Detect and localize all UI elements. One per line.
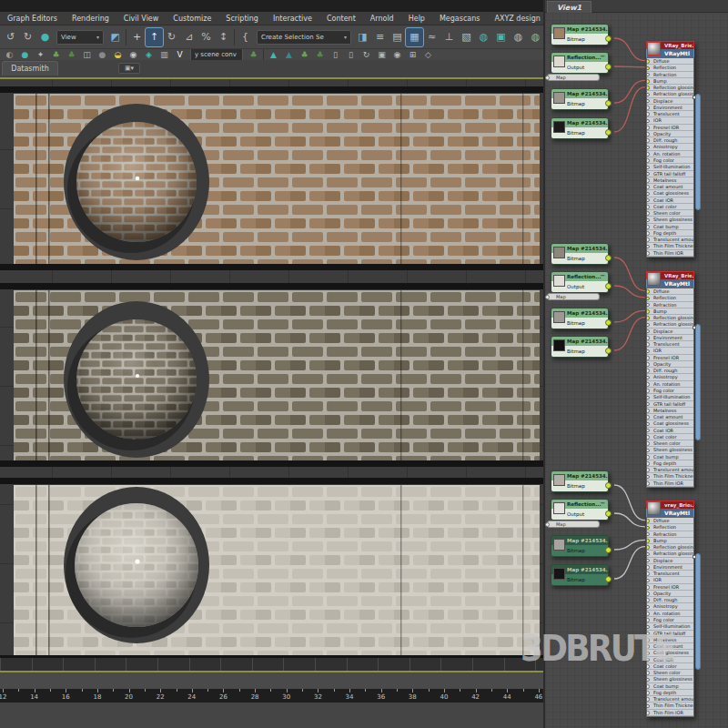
slot-fog-depth[interactable]: Fog depth <box>647 690 693 696</box>
slot-coat-bump[interactable]: Coat bump <box>647 224 693 230</box>
material-output-socket[interactable] <box>693 326 696 329</box>
output-socket[interactable] <box>605 283 612 289</box>
input-socket[interactable] <box>647 297 650 301</box>
slot-fresnel-ior[interactable]: Fresnel IOR <box>647 125 693 131</box>
input-socket[interactable] <box>647 245 650 249</box>
input-socket[interactable] <box>647 369 650 373</box>
input-socket[interactable] <box>647 152 650 157</box>
drop-icon[interactable]: ▲ <box>266 49 281 60</box>
output-socket[interactable] <box>605 129 612 136</box>
input-socket[interactable] <box>647 376 650 380</box>
input-socket[interactable] <box>545 76 550 80</box>
slot-refraction[interactable]: Refraction <box>647 302 693 308</box>
input-socket[interactable] <box>647 238 650 242</box>
vraymtl-node[interactable]: VRay_Bric...−VRayMtlDiffuseReflectionRef… <box>646 41 694 258</box>
slot-ior[interactable]: IOR <box>647 348 693 354</box>
output-socket[interactable] <box>605 255 612 261</box>
material-editor-icon[interactable]: ▧ <box>458 28 475 46</box>
slot-fog-depth[interactable]: Fog depth <box>647 460 693 467</box>
input-socket[interactable] <box>647 93 650 97</box>
slot-sheen-glossiness[interactable]: Sheen glossiness <box>647 676 693 682</box>
slot-fresnel-ior[interactable]: Fresnel IOR <box>647 355 693 361</box>
input-socket[interactable] <box>647 309 650 314</box>
input-socket[interactable] <box>647 138 650 143</box>
output-socket[interactable] <box>605 511 612 517</box>
loop-icon[interactable]: ↻ <box>359 49 374 60</box>
slot-metalness[interactable]: Metalness <box>647 177 693 184</box>
slot-coat-color[interactable]: Coat color <box>647 434 693 440</box>
menu-item-civil-view[interactable]: Civil View <box>116 15 167 23</box>
view-dropdown[interactable]: View▾ <box>56 30 104 45</box>
slot-self-illumination[interactable]: Self-Illumination <box>647 623 693 630</box>
align-icon[interactable]: ≡ <box>371 28 389 46</box>
output-socket[interactable] <box>605 35 612 42</box>
input-socket[interactable] <box>647 684 650 689</box>
bitmap-node[interactable]: Map #214534...Bitmap <box>551 88 609 110</box>
input-socket[interactable] <box>647 382 650 387</box>
tree-icon[interactable]: ♣ <box>246 49 261 60</box>
input-socket[interactable] <box>647 429 650 433</box>
input-socket[interactable] <box>647 618 650 622</box>
input-socket[interactable] <box>647 132 650 136</box>
input-socket[interactable] <box>647 336 650 340</box>
slot-sheen-color[interactable]: Sheen color <box>647 210 693 217</box>
convert-button[interactable]: y scene conv <box>190 49 243 60</box>
view1-tab[interactable]: View1 <box>547 1 592 13</box>
slot-an-rotation[interactable]: An. rotation <box>647 151 693 157</box>
input-socket[interactable] <box>647 86 650 90</box>
minimize-icon[interactable]: − <box>688 271 693 279</box>
input-socket[interactable] <box>647 559 650 563</box>
slot-an-rotation[interactable]: An. rotation <box>647 381 693 388</box>
minimize-icon[interactable]: − <box>600 272 605 280</box>
curve-editor-icon[interactable]: ≈ <box>423 28 440 46</box>
slot-bump[interactable]: Bump <box>647 78 693 85</box>
slot-gtr-tail-falloff[interactable]: GTR tail falloff <box>647 401 693 408</box>
input-socket[interactable] <box>647 704 650 709</box>
input-socket[interactable] <box>647 598 650 602</box>
input-socket[interactable] <box>647 402 650 407</box>
input-socket[interactable] <box>647 396 650 400</box>
slot-diffuse[interactable]: Diffuse <box>647 58 693 65</box>
input-socket[interactable] <box>647 711 650 715</box>
schematic-view-icon[interactable]: ⊥ <box>440 28 458 46</box>
output-socket[interactable] <box>605 576 612 582</box>
menu-item-scripting[interactable]: Scripting <box>218 15 266 23</box>
input-socket[interactable] <box>647 545 650 550</box>
input-socket[interactable] <box>647 441 650 446</box>
input-socket[interactable] <box>647 66 650 71</box>
slot-fog-color[interactable]: Fog color <box>647 388 693 394</box>
input-socket[interactable] <box>647 632 650 636</box>
bitmap-node[interactable]: Map #214534...Bitmap <box>551 117 609 139</box>
input-socket[interactable] <box>647 126 650 130</box>
input-socket[interactable] <box>647 678 650 682</box>
slot-opacity[interactable]: Opacity <box>647 591 693 597</box>
target-icon[interactable]: ◉ <box>126 49 141 60</box>
vraymtl-node[interactable]: VRay_Bric...−VRayMtlDiffuseReflectionRef… <box>646 271 694 488</box>
input-socket[interactable] <box>647 211 650 216</box>
slot-bump[interactable]: Bump <box>647 538 693 544</box>
slot-anisotropy[interactable]: Anisotropy <box>647 374 693 380</box>
input-socket[interactable] <box>647 172 650 177</box>
box-icon[interactable]: ◫ <box>79 49 95 60</box>
input-socket[interactable] <box>647 158 650 163</box>
slot-anisotropy[interactable]: Anisotropy <box>647 144 693 150</box>
minimize-icon[interactable]: − <box>600 500 605 508</box>
output-socket[interactable] <box>605 100 612 106</box>
node-scrollbar[interactable] <box>695 324 701 440</box>
input-socket[interactable] <box>647 652 650 656</box>
slot-translucent-amount[interactable]: Translucent amount <box>647 696 693 703</box>
output-socket[interactable] <box>605 64 612 70</box>
percent-snap-icon[interactable]: % <box>197 28 215 46</box>
slot-coat-color[interactable]: Coat color <box>647 204 693 210</box>
slot-diff-rough[interactable]: Diff. rough <box>647 597 693 603</box>
input-socket[interactable] <box>647 73 650 77</box>
grass-icon[interactable]: ♣ <box>64 49 79 60</box>
slot-diffuse[interactable]: Diffuse <box>647 288 693 295</box>
layer-manager-icon[interactable]: ▤ <box>389 28 406 46</box>
panel-icon[interactable]: ▥ <box>157 49 172 60</box>
slot-displace[interactable]: Displace <box>647 558 693 564</box>
slot-gtr-tail-falloff[interactable]: GTR tail falloff <box>647 631 693 637</box>
slot-coat-ior[interactable]: Coat IOR <box>647 428 693 434</box>
slot-thin-film-thickness[interactable]: Thin Film Thickness <box>647 243 693 249</box>
input-socket[interactable] <box>647 519 650 523</box>
